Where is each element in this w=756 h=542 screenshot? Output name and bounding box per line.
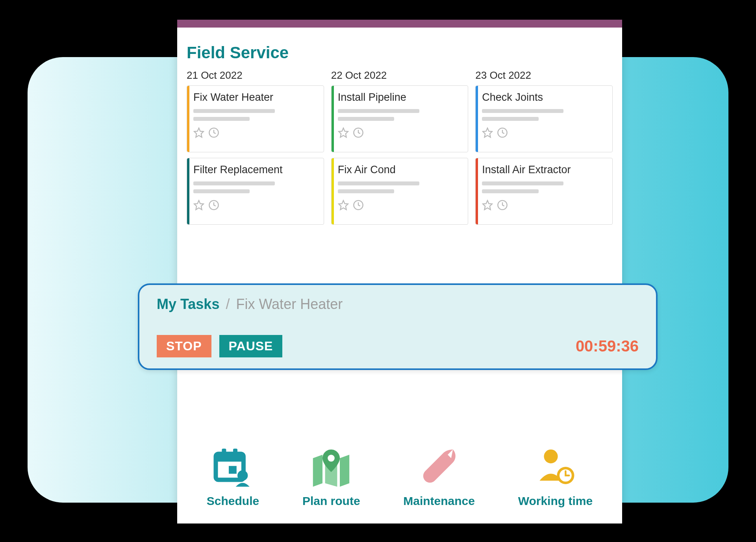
- placeholder-line: [338, 181, 419, 185]
- nav-label: Working time: [518, 494, 593, 508]
- placeholder-line: [338, 189, 394, 193]
- star-icon[interactable]: [482, 200, 493, 212]
- nav-label: Schedule: [207, 494, 259, 508]
- star-icon[interactable]: [193, 127, 204, 140]
- task-columns: 21 Oct 2022 Fix Water Heater: [187, 69, 613, 230]
- clock-icon[interactable]: [353, 127, 364, 140]
- card-title: Fix Air Cond: [338, 164, 463, 176]
- stop-button[interactable]: STOP: [157, 335, 211, 357]
- wrench-icon: [413, 443, 465, 490]
- star-icon[interactable]: [338, 200, 349, 212]
- star-icon[interactable]: [193, 200, 204, 212]
- svg-rect-14: [222, 449, 226, 457]
- nav-label: Plan route: [302, 494, 360, 508]
- column-date: 21 Oct 2022: [187, 69, 324, 81]
- svg-rect-16: [229, 466, 237, 474]
- user-clock-icon: [530, 443, 581, 490]
- date-column: 22 Oct 2022 Install Pipeline Fix Air Con…: [331, 69, 469, 230]
- task-card[interactable]: Check Joints: [475, 85, 613, 152]
- map-pin-icon: [306, 443, 357, 490]
- active-task-panel: My Tasks / Fix Water Heater STOP PAUSE 0…: [138, 283, 658, 370]
- placeholder-line: [338, 109, 419, 113]
- column-date: 23 Oct 2022: [475, 69, 613, 81]
- timer-display: 00:59:36: [576, 337, 639, 355]
- placeholder-line: [482, 181, 563, 185]
- clock-icon[interactable]: [208, 200, 219, 212]
- svg-point-18: [328, 455, 335, 462]
- clock-icon[interactable]: [353, 200, 364, 212]
- task-card[interactable]: Install Air Extractor: [475, 158, 613, 225]
- placeholder-line: [482, 109, 563, 113]
- task-card[interactable]: Install Pipeline: [331, 85, 469, 152]
- clock-icon[interactable]: [497, 127, 508, 140]
- clock-icon[interactable]: [497, 200, 508, 212]
- nav-label: Maintenance: [403, 494, 475, 508]
- nav-item-plan-route[interactable]: Plan route: [302, 443, 360, 508]
- star-icon[interactable]: [338, 127, 349, 140]
- placeholder-line: [193, 109, 275, 113]
- svg-marker-10: [483, 200, 492, 209]
- task-card[interactable]: Filter Replacement: [187, 158, 324, 225]
- placeholder-line: [338, 117, 394, 121]
- svg-marker-2: [194, 200, 203, 209]
- svg-marker-6: [339, 200, 348, 209]
- window-titlebar: [177, 20, 622, 28]
- date-column: 23 Oct 2022 Check Joints Install Air Ext…: [475, 69, 613, 230]
- placeholder-line: [482, 189, 538, 193]
- breadcrumb-current: Fix Water Heater: [236, 296, 343, 312]
- card-title: Fix Water Heater: [193, 91, 319, 104]
- svg-rect-13: [216, 454, 243, 462]
- svg-marker-8: [483, 128, 492, 137]
- bottom-nav: Schedule Plan route Maintenance: [177, 443, 622, 508]
- breadcrumb-separator: /: [226, 296, 230, 312]
- task-card[interactable]: Fix Air Cond: [331, 158, 469, 225]
- column-date: 22 Oct 2022: [331, 69, 469, 81]
- app-window: Field Service 21 Oct 2022 Fix Water Heat…: [177, 20, 622, 524]
- card-title: Install Pipeline: [338, 91, 463, 104]
- placeholder-line: [482, 117, 538, 121]
- nav-item-maintenance[interactable]: Maintenance: [403, 443, 475, 508]
- placeholder-line: [193, 117, 250, 121]
- date-column: 21 Oct 2022 Fix Water Heater: [187, 69, 324, 230]
- nav-item-working-time[interactable]: Working time: [518, 443, 593, 508]
- placeholder-line: [193, 181, 275, 185]
- pause-button[interactable]: PAUSE: [219, 335, 283, 357]
- svg-rect-15: [233, 449, 237, 457]
- card-title: Check Joints: [482, 91, 608, 104]
- star-icon[interactable]: [482, 127, 493, 140]
- svg-marker-4: [339, 128, 348, 137]
- card-title: Filter Replacement: [193, 164, 319, 176]
- clock-icon[interactable]: [208, 127, 219, 140]
- placeholder-line: [193, 189, 250, 193]
- task-card[interactable]: Fix Water Heater: [187, 85, 324, 152]
- card-title: Install Air Extractor: [482, 164, 608, 176]
- breadcrumb: My Tasks / Fix Water Heater: [157, 296, 639, 313]
- svg-point-17: [237, 470, 248, 481]
- calendar-user-icon: [208, 443, 259, 490]
- breadcrumb-root[interactable]: My Tasks: [157, 296, 219, 312]
- svg-marker-0: [194, 128, 203, 137]
- app-title: Field Service: [187, 43, 613, 62]
- nav-item-schedule[interactable]: Schedule: [207, 443, 259, 508]
- svg-point-19: [544, 450, 558, 463]
